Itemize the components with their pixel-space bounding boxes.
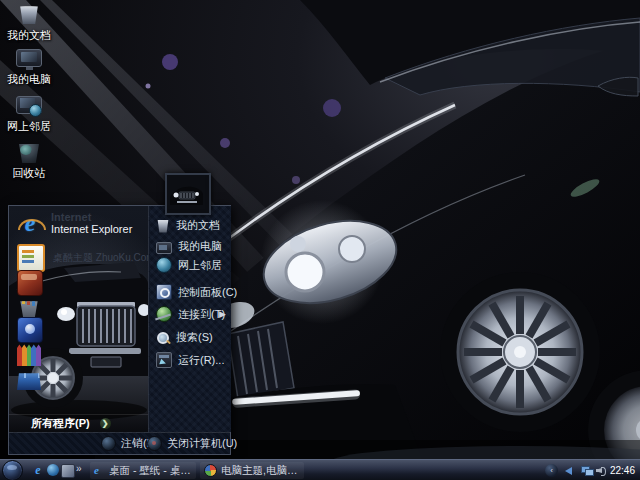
- start-menu: e Internet Internet Explorer 桌酷主题 ZhuoKu…: [8, 205, 231, 455]
- pinned-item-label: Internet Explorer: [51, 223, 132, 235]
- all-programs-button[interactable]: 所有程序(P) ❯: [9, 414, 148, 432]
- menu-item-label: 控制面板(C): [178, 285, 237, 300]
- start-menu-left-column: e Internet Internet Explorer 桌酷主题 ZhuoKu…: [9, 206, 148, 432]
- tray-collapse-chevron[interactable]: ‹: [545, 464, 558, 477]
- pencil-cup-app-icon: [17, 294, 41, 318]
- start-menu-network-places[interactable]: 网上邻居: [156, 257, 228, 273]
- quick-launch-show-desktop-icon[interactable]: [61, 464, 75, 478]
- blue-player-app-icon: [17, 317, 43, 343]
- pinned-item-label: 桌酷主题 ZhuoKu.Com: [53, 251, 148, 265]
- start-menu-my-computer[interactable]: 我的电脑: [156, 239, 228, 254]
- menu-item-label: 运行(R)...: [178, 353, 224, 368]
- desktop-icon-my-computer[interactable]: 我的电脑: [2, 46, 56, 85]
- taskbar: e » e 桌面 - 壁纸 - 桌酷壁... 电脑主题,电脑主题... ‹ 22…: [0, 459, 640, 480]
- all-programs-arrow-icon: ❯: [100, 418, 111, 429]
- start-menu-run[interactable]: 运行(R)...: [156, 352, 228, 368]
- desktop-icon-my-documents[interactable]: 我的文档: [2, 2, 56, 41]
- menu-item-label: 我的电脑: [178, 239, 222, 254]
- my-computer-icon: [16, 46, 42, 70]
- theme-pinwheel-icon: [204, 464, 217, 477]
- desktop-icon-network-places[interactable]: 网上邻居: [2, 93, 56, 132]
- pinned-item-title: Internet: [51, 211, 132, 223]
- start-menu-right-column: 我的文档 我的电脑 网上邻居 控制面板(C) 连接到(T) ▶: [148, 206, 231, 432]
- quick-launch-browser-globe-icon[interactable]: [47, 464, 59, 476]
- turn-off-computer-button[interactable]: 关闭计算机(U): [147, 436, 237, 451]
- internet-explorer-icon: e: [17, 210, 43, 236]
- start-menu-footer: 注销(L) 关闭计算机(U): [9, 432, 230, 454]
- crayons-app-icon: [17, 342, 41, 366]
- run-icon: [156, 352, 172, 368]
- desktop-icon-label: 我的文档: [7, 29, 51, 41]
- user-avatar[interactable]: [165, 173, 211, 215]
- desktop-screen: 我的文档 我的电脑 网上邻居 回收站: [0, 0, 640, 480]
- task-button-label: 电脑主题,电脑主题...: [221, 464, 300, 478]
- desktop-icon-recycle-bin[interactable]: 回收站: [2, 140, 56, 179]
- desktop-icon-label: 我的电脑: [7, 73, 51, 85]
- start-menu-item-internet-explorer[interactable]: e Internet Internet Explorer: [17, 210, 132, 236]
- my-documents-icon: [156, 219, 170, 233]
- system-tray: ‹ 22:46: [550, 460, 640, 480]
- start-menu-connect-to[interactable]: 连接到(T) ▶: [156, 306, 228, 322]
- network-icon[interactable]: [581, 466, 592, 475]
- menu-item-label: 连接到(T): [178, 307, 225, 322]
- turn-off-label: 关闭计算机(U): [167, 436, 237, 451]
- log-off-icon: [101, 436, 116, 451]
- connect-to-icon: [156, 306, 172, 322]
- blue-bag-app-icon: [17, 366, 41, 390]
- start-menu-columns: e Internet Internet Explorer 桌酷主题 ZhuoKu…: [9, 206, 230, 432]
- my-documents-icon: [16, 2, 42, 26]
- task-button-theme-page[interactable]: 电脑主题,电脑主题...: [200, 462, 304, 479]
- all-programs-label: 所有程序(P): [31, 416, 90, 431]
- power-icon: [147, 436, 162, 451]
- menu-item-label: 我的文档: [176, 218, 220, 233]
- start-menu-control-panel[interactable]: 控制面板(C): [156, 284, 228, 300]
- start-menu-item-app-5[interactable]: [17, 317, 51, 343]
- taskbar-clock[interactable]: 22:46: [610, 465, 635, 476]
- menu-item-label: 搜索(S): [176, 330, 213, 345]
- quick-launch-overflow-chevron[interactable]: »: [76, 463, 82, 474]
- recycle-bin-icon: [16, 140, 42, 164]
- task-button-wallpaper-page[interactable]: e 桌面 - 壁纸 - 桌酷壁...: [90, 462, 196, 479]
- submenu-arrow-icon: ▶: [219, 309, 226, 319]
- desktop-icon-label: 网上邻居: [7, 120, 51, 132]
- start-button[interactable]: [2, 460, 23, 480]
- theme-site-icon: [17, 244, 45, 272]
- menu-item-label: 网上邻居: [178, 258, 222, 273]
- volume-icon[interactable]: [596, 466, 606, 475]
- start-menu-item-app-4[interactable]: [17, 294, 49, 318]
- quick-launch-internet-explorer-icon[interactable]: e: [32, 464, 44, 476]
- start-menu-item-app-3[interactable]: [17, 270, 51, 296]
- start-menu-search[interactable]: 搜索(S): [156, 330, 228, 345]
- task-button-label: 桌面 - 壁纸 - 桌酷壁...: [109, 464, 192, 478]
- desktop-icon-label: 回收站: [13, 167, 46, 179]
- start-menu-my-documents[interactable]: 我的文档: [156, 218, 228, 233]
- internet-explorer-icon: e: [94, 465, 105, 476]
- network-places-icon: [16, 93, 42, 117]
- start-menu-item-theme-site[interactable]: 桌酷主题 ZhuoKu.Com: [17, 244, 148, 272]
- back-arrow-icon[interactable]: [561, 467, 572, 475]
- start-menu-item-app-6[interactable]: [17, 342, 49, 366]
- network-places-icon: [156, 257, 172, 273]
- start-menu-item-app-7[interactable]: [17, 366, 49, 390]
- red-box-app-icon: [17, 270, 43, 296]
- search-icon: [156, 331, 170, 345]
- control-panel-icon: [156, 284, 172, 300]
- my-computer-icon: [156, 242, 172, 254]
